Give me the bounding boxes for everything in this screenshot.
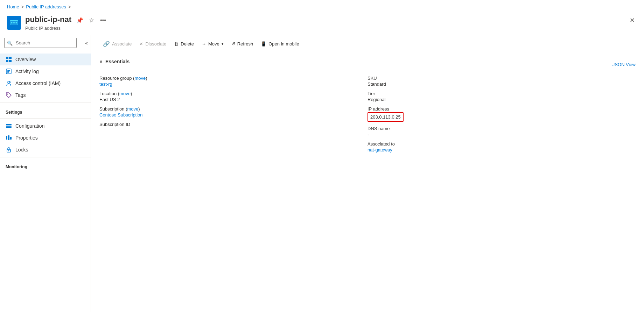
- resource-group-label: Resource group (move): [99, 76, 368, 81]
- resource-group-move-link[interactable]: move: [134, 76, 146, 81]
- tier-field: Tier Regional: [368, 91, 636, 102]
- resource-header: public-ip-nat 📌 ☆ ••• Public IP address …: [0, 12, 644, 35]
- subscription-move-link[interactable]: move: [127, 106, 138, 112]
- favorite-button[interactable]: ☆: [88, 16, 96, 25]
- breadcrumb-public-ip[interactable]: Public IP addresses: [26, 4, 66, 9]
- sidebar-item-locks[interactable]: Locks: [0, 144, 91, 156]
- settings-section-title: Settings: [0, 104, 91, 117]
- svg-rect-8: [9, 60, 12, 62]
- sidebar-item-iam-label: Access control (IAM): [15, 80, 61, 86]
- refresh-label: Refresh: [237, 41, 253, 47]
- open-mobile-button[interactable]: 📱 Open in mobile: [257, 39, 302, 49]
- essentials-header[interactable]: ∧ Essentials: [99, 59, 130, 64]
- associate-button[interactable]: 🔗 Associate: [99, 38, 135, 49]
- sidebar-item-configuration[interactable]: Configuration: [0, 120, 91, 132]
- associated-to-field: Associated to nat-gateway: [368, 141, 636, 153]
- ip-address-highlighted: 203.0.113.0.25: [368, 112, 404, 122]
- move-label: Move: [208, 41, 219, 47]
- sidebar-item-configuration-label: Configuration: [15, 123, 44, 129]
- essentials-grid: Resource group (move) test-rg Location (…: [99, 76, 636, 153]
- delete-icon: 🗑: [174, 41, 178, 47]
- resource-name: public-ip-nat 📌 ☆ •••: [25, 14, 107, 25]
- refresh-button[interactable]: ↺ Refresh: [228, 39, 257, 49]
- sidebar-item-tags-label: Tags: [15, 92, 26, 98]
- essentials-col-right: SKU Standard Tier Regional IP address 20…: [368, 76, 636, 153]
- move-button[interactable]: → Move ▾: [198, 39, 227, 49]
- svg-rect-6: [9, 57, 12, 59]
- svg-point-13: [8, 81, 10, 83]
- dissociate-button[interactable]: ✕ Dissociate: [136, 39, 170, 49]
- sku-field: SKU Standard: [368, 76, 636, 87]
- main-layout: 🔍 « Overview: [0, 35, 644, 312]
- delete-label: Delete: [181, 41, 194, 47]
- collapse-sidebar-button[interactable]: «: [82, 39, 91, 47]
- location-move-link[interactable]: move: [119, 91, 131, 96]
- search-icon: 🔍: [7, 40, 13, 45]
- pin-button[interactable]: 📌: [75, 16, 85, 24]
- sku-label: SKU: [368, 76, 636, 81]
- monitoring-section-title: Monitoring: [0, 159, 91, 171]
- essentials-section: ∧ Essentials JSON View Resource group (m…: [91, 53, 644, 158]
- subscription-value[interactable]: Contoso Subscription: [99, 112, 368, 118]
- sidebar-search: 🔍: [4, 38, 77, 48]
- mobile-icon: 📱: [261, 41, 266, 47]
- svg-rect-11: [7, 71, 9, 72]
- svg-rect-17: [6, 126, 12, 127]
- sidebar-item-properties[interactable]: Properties: [0, 132, 91, 144]
- ip-address-label: IP address: [368, 106, 636, 112]
- svg-rect-19: [6, 136, 7, 140]
- essentials-title: Essentials: [105, 59, 130, 64]
- dissociate-label: Dissociate: [145, 41, 166, 47]
- resource-icon: [7, 16, 21, 30]
- toolbar: 🔗 Associate ✕ Dissociate 🗑 Delete → Move…: [91, 35, 644, 53]
- subscription-id-field: Subscription ID: [99, 122, 368, 128]
- svg-rect-10: [7, 70, 10, 71]
- svg-point-2: [11, 22, 12, 23]
- resource-group-value[interactable]: test-rg: [99, 81, 368, 87]
- more-options-button[interactable]: •••: [99, 16, 107, 24]
- sidebar-nav: Overview Activity log: [0, 54, 91, 101]
- resource-title-group: public-ip-nat 📌 ☆ ••• Public IP address: [25, 14, 107, 31]
- sidebar-item-iam[interactable]: Access control (IAM): [0, 77, 91, 89]
- svg-point-3: [13, 22, 15, 23]
- dissociate-icon: ✕: [139, 41, 143, 47]
- locks-icon: [6, 147, 12, 153]
- sidebar-item-locks-label: Locks: [15, 147, 28, 153]
- delete-button[interactable]: 🗑 Delete: [170, 39, 197, 49]
- resource-header-left: public-ip-nat 📌 ☆ ••• Public IP address: [7, 14, 107, 31]
- svg-rect-18: [6, 127, 12, 128]
- svg-point-15: [7, 94, 8, 95]
- breadcrumb-home[interactable]: Home: [7, 4, 19, 9]
- sidebar-item-overview[interactable]: Overview: [0, 54, 91, 65]
- json-view-link[interactable]: JSON View: [612, 62, 636, 67]
- svg-rect-20: [8, 135, 9, 140]
- associated-to-value[interactable]: nat-gateway: [368, 147, 636, 153]
- essentials-chevron-icon: ∧: [99, 59, 103, 64]
- sku-value: Standard: [368, 81, 636, 87]
- iam-icon: [6, 80, 12, 86]
- sidebar-divider-settings2: [0, 118, 91, 119]
- associate-icon: 🔗: [103, 41, 110, 47]
- subscription-field: Subscription (move) Contoso Subscription: [99, 106, 368, 118]
- sidebar-item-properties-label: Properties: [15, 135, 38, 141]
- sidebar-divider-monitoring2: [0, 173, 91, 173]
- open-mobile-label: Open in mobile: [268, 41, 299, 47]
- sidebar-item-activity-log[interactable]: Activity log: [0, 65, 91, 77]
- svg-rect-7: [6, 60, 8, 62]
- breadcrumb: Home > Public IP addresses >: [0, 0, 644, 12]
- associate-label: Associate: [112, 41, 132, 47]
- svg-point-14: [10, 81, 11, 83]
- close-button[interactable]: ✕: [628, 16, 637, 25]
- search-input[interactable]: [4, 38, 77, 48]
- properties-icon: [6, 135, 12, 141]
- sidebar-divider-monitoring: [0, 157, 91, 157]
- sidebar-item-tags[interactable]: Tags: [0, 89, 91, 101]
- svg-rect-21: [10, 137, 12, 140]
- activity-log-icon: [6, 68, 12, 75]
- move-chevron-icon: ▾: [222, 42, 224, 46]
- ip-address-field: IP address 203.0.113.0.25: [368, 106, 636, 122]
- ip-address-value: 203.0.113.0.25: [368, 112, 636, 122]
- move-icon: →: [202, 41, 206, 47]
- page: Home > Public IP addresses > public-ip-n…: [0, 0, 644, 312]
- content-area: 🔗 Associate ✕ Dissociate 🗑 Delete → Move…: [91, 35, 644, 312]
